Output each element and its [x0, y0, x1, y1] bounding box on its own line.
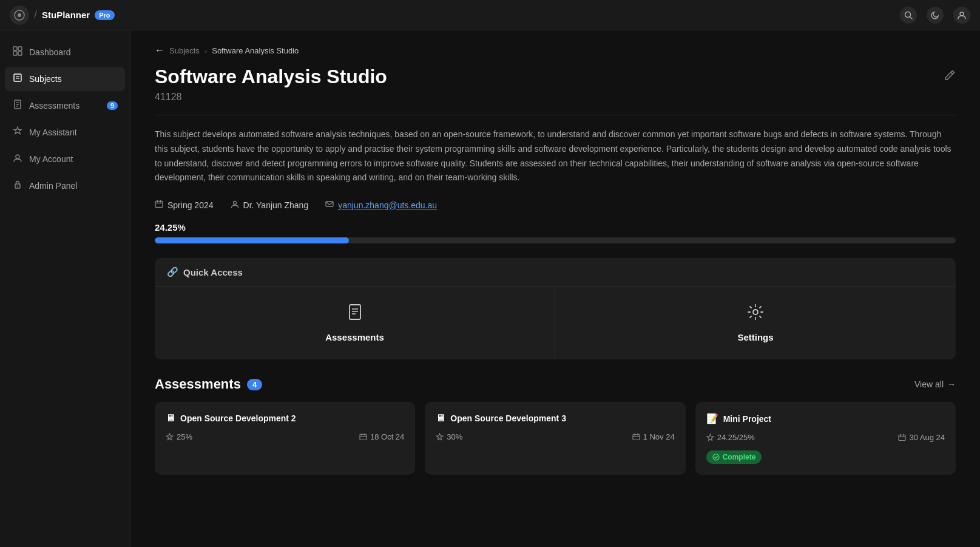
email-meta: yanjun.zhang@uts.edu.au	[325, 200, 437, 210]
assessments-badge: 9	[107, 101, 118, 110]
mini-project-due-value: 30 Aug 24	[909, 433, 945, 442]
breadcrumb-separator: ›	[204, 46, 207, 55]
subjects-icon	[12, 73, 23, 85]
page-title-row: Software Analysis Studio	[155, 66, 956, 88]
svg-rect-8	[18, 52, 22, 55]
sidebar-item-my-assistant[interactable]: My Assistant	[5, 120, 125, 144]
osd2-weight: 25%	[166, 432, 192, 441]
subject-description: This subject develops automated software…	[155, 127, 956, 185]
progress-bar-bg	[155, 237, 956, 243]
subject-code: 41128	[155, 92, 956, 103]
osd3-due: 1 Nov 24	[632, 432, 675, 441]
svg-rect-6	[18, 47, 22, 50]
sidebar-item-subjects[interactable]: Subjects	[5, 67, 125, 91]
topbar-divider: /	[34, 8, 37, 21]
back-button[interactable]: ←	[155, 45, 164, 56]
svg-point-23	[233, 202, 236, 205]
osd3-weight: 30%	[436, 432, 462, 441]
breadcrumb-parent[interactable]: Subjects	[169, 46, 200, 55]
sidebar-item-my-account[interactable]: My Account	[5, 147, 125, 171]
osd2-due-value: 18 Oct 24	[370, 432, 404, 441]
svg-rect-7	[13, 52, 17, 55]
svg-rect-25	[350, 305, 360, 319]
svg-rect-30	[360, 435, 367, 440]
account-icon	[12, 153, 23, 165]
sidebar-item-assessments[interactable]: Assessments 9	[5, 93, 125, 118]
assessment-card-meta: 25% 18 Oct 24	[166, 432, 404, 441]
view-all-button[interactable]: View all →	[914, 379, 956, 389]
mini-project-due: 30 Aug 24	[898, 433, 945, 442]
complete-label: Complete	[723, 453, 756, 461]
topbar: / StuPlanner Pro	[0, 0, 980, 30]
osd3-title: Open Source Development 3	[450, 413, 566, 423]
svg-rect-38	[899, 435, 905, 441]
assessment-card-mini-project[interactable]: 📝 Mini Project 24.25/25%	[695, 402, 956, 475]
svg-point-42	[713, 454, 719, 460]
sidebar-item-label: Subjects	[29, 74, 62, 84]
qa-settings-label: Settings	[737, 332, 773, 342]
sidebar: Dashboard Subjects Assessme	[0, 30, 130, 547]
semester-meta: Spring 2024	[155, 200, 214, 210]
svg-point-18	[17, 186, 18, 187]
user-avatar-icon[interactable]	[953, 7, 970, 24]
assessment-card-meta: 30% 1 Nov 24	[436, 432, 674, 441]
assessments-header: Assessments 4 View all →	[155, 376, 956, 392]
quick-access-cards: Assessments Settings	[155, 287, 956, 359]
osd3-due-value: 1 Nov 24	[643, 432, 675, 441]
qa-card-settings[interactable]: Settings	[555, 287, 956, 359]
assessment-cards: 🖥 Open Source Development 2 25%	[155, 402, 956, 475]
breadcrumb: ← Subjects › Software Analysis Studio	[155, 45, 956, 56]
progress-label: 24.25%	[155, 222, 956, 233]
meta-row: Spring 2024 Dr. Yanjun Zhang	[155, 200, 956, 210]
logo[interactable]	[10, 5, 29, 25]
svg-point-1	[18, 13, 21, 17]
moon-icon[interactable]	[927, 7, 944, 24]
instructor-value: Dr. Yanjun Zhang	[243, 200, 309, 210]
main-layout: Dashboard Subjects Assessme	[0, 30, 980, 547]
assessment-card-meta: 24.25/25% 30 Aug 24	[706, 433, 945, 442]
qa-assessments-icon	[346, 304, 363, 325]
topbar-brand: StuPlanner	[42, 10, 90, 20]
pro-badge: Pro	[95, 10, 114, 20]
qa-card-assessments[interactable]: Assessments	[155, 287, 555, 359]
assessments-icon	[12, 100, 23, 112]
assessment-card-osd2[interactable]: 🖥 Open Source Development 2 25%	[155, 402, 415, 475]
assessments-count-badge: 4	[247, 379, 262, 390]
semester-value: Spring 2024	[167, 200, 214, 210]
calendar-icon	[155, 200, 163, 210]
main-content: ← Subjects › Software Analysis Studio So…	[130, 30, 980, 547]
osd3-weight-value: 30%	[447, 432, 462, 441]
person-icon	[231, 200, 239, 210]
qa-assessments-label: Assessments	[325, 332, 384, 342]
osd2-icon: 🖥	[166, 413, 175, 424]
sidebar-item-label: Assessments	[29, 101, 79, 110]
sidebar-item-admin-panel[interactable]: Admin Panel	[5, 174, 125, 198]
assessments-section: Assessments 4 View all → 🖥 Open Source D…	[155, 376, 956, 475]
assessments-title-row: Assessments 4	[155, 376, 262, 392]
svg-point-4	[960, 12, 964, 16]
qa-settings-icon	[747, 304, 764, 325]
sidebar-item-dashboard[interactable]: Dashboard	[5, 40, 125, 64]
search-icon[interactable]	[900, 7, 917, 24]
admin-icon	[12, 180, 23, 192]
assistant-icon	[12, 126, 23, 138]
email-value[interactable]: yanjun.zhang@uts.edu.au	[338, 200, 437, 210]
osd2-title: Open Source Development 2	[180, 413, 296, 423]
sidebar-item-label: Admin Panel	[29, 181, 77, 191]
svg-point-29	[753, 310, 758, 314]
topbar-left: / StuPlanner Pro	[10, 5, 115, 25]
page-title: Software Analysis Studio	[155, 66, 387, 88]
mini-project-title: Mini Project	[723, 414, 771, 424]
mini-project-icon: 📝	[706, 413, 718, 424]
link-icon: 🔗	[167, 267, 178, 277]
progress-bar-fill	[155, 237, 349, 243]
quick-access-section: 🔗 Quick Access Assessments	[155, 258, 956, 359]
svg-rect-5	[13, 47, 17, 50]
osd3-icon: 🖥	[436, 413, 445, 424]
assessment-card-osd3[interactable]: 🖥 Open Source Development 3 30%	[425, 402, 685, 475]
svg-rect-34	[633, 435, 640, 440]
progress-section: 24.25%	[155, 222, 956, 243]
arrow-right-icon: →	[947, 379, 956, 389]
edit-button[interactable]	[944, 69, 956, 84]
assessments-section-title: Assessments	[155, 376, 241, 392]
